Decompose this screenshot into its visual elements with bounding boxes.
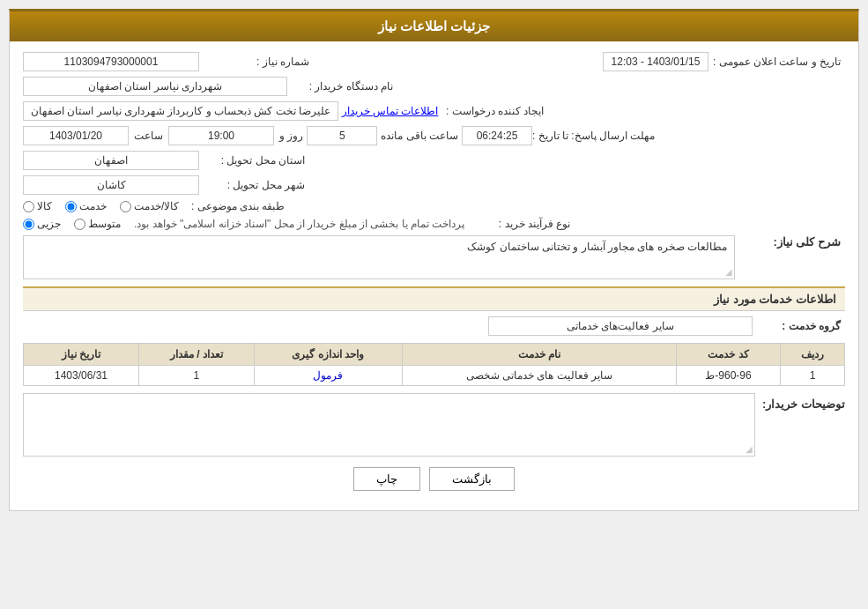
creator-label: ایجاد کننده درخواست : [438,105,544,117]
remaining-value: 06:24:25 [462,126,532,145]
back-button[interactable]: بازگشت [429,467,515,491]
process-radio-partial[interactable] [23,219,34,230]
page-container: جزئیات اطلاعات نیاز تاریخ و ساعت اعلان ع… [0,0,868,609]
service-group-label: گروه خدمت : [753,320,841,332]
services-table: ردیف کد خدمت نام خدمت واحد اندازه گیری ت… [23,343,845,386]
deadline-row: مهلت ارسال پاسخ: تا تاریخ : 06:24:25 ساع… [23,126,845,145]
time-label: ساعت [134,130,163,142]
panel-header: جزئیات اطلاعات نیاز [10,11,858,41]
response-deadline-label: مهلت ارسال پاسخ: تا تاریخ : [532,130,655,142]
service-group-row: گروه خدمت : سایر فعالیت‌های خدماتی [23,316,845,336]
category-option-kala-khedmat[interactable]: کالا/خدمت [120,200,179,212]
col-header-code: کد خدمت [677,344,781,366]
process-note: پرداخت تمام یا بخشی از مبلغ خریدار از مح… [134,218,464,230]
table-row: 1 960-96-ط سایر فعالیت های خدماتی شخصی ف… [24,366,845,386]
deadline-date-row: 06:24:25 ساعت باقی مانده 5 روز و 19:00 س… [23,126,532,145]
table-header-row: ردیف کد خدمت نام خدمت واحد اندازه گیری ت… [24,344,845,366]
panel-body: تاریخ و ساعت اعلان عمومی : 1403/01/15 - … [10,41,858,510]
deadline-date-value: 1403/01/20 [23,126,129,145]
category-radio-kala-khedmat[interactable] [120,201,131,212]
col-header-date: تاریخ نیاز [24,344,139,366]
need-description-label: شرح کلی نیاز: [735,235,841,249]
city-label: شهر محل تحویل : [199,179,305,191]
service-info-header: اطلاعات خدمات مورد نیاز [23,286,845,311]
creator-row: ایجاد کننده درخواست : اطلاعات تماس خریدا… [23,101,845,121]
province-row: استان محل تحویل : اصفهان [23,151,845,170]
announce-datetime-value: 1403/01/15 - 12:03 [603,52,708,71]
notes-resize-handle: ◢ [746,444,753,454]
creator-link[interactable]: اطلاعات تماس خریدار [342,105,439,117]
cell-date: 1403/06/31 [24,366,139,386]
category-option-khedmat-label: خدمت [79,200,107,212]
process-options-group: پرداخت تمام یا بخشی از مبلغ خریدار از مح… [23,218,464,230]
col-header-unit: واحد اندازه گیری [254,344,402,366]
buyer-notes-box: ◢ [23,393,755,457]
process-row: نوع فرآیند خرید : پرداخت تمام یا بخشی از… [23,218,845,230]
process-medium-label: متوسط [88,218,121,230]
cell-unit: فرمول [254,366,402,386]
category-radio-kala[interactable] [23,201,34,212]
category-option-kala[interactable]: کالا [23,200,52,212]
print-button[interactable]: چاپ [353,467,420,491]
category-radio-group: کالا/خدمت خدمت کالا [23,200,179,212]
days-value: 5 [307,126,377,145]
category-option-kala-label: کالا [37,200,52,212]
province-value: اصفهان [23,151,199,170]
buyer-org-row: نام دستگاه خریدار : شهرداری نیاسر استان … [23,77,845,96]
main-panel: جزئیات اطلاعات نیاز تاریخ و ساعت اعلان ع… [9,9,859,511]
panel-title: جزئیات اطلاعات نیاز [378,19,490,33]
deadline-time-value: 19:00 [168,126,274,145]
col-header-name: نام خدمت [402,344,677,366]
process-item-medium[interactable]: متوسط [74,218,121,230]
process-radio-medium[interactable] [74,219,85,230]
category-row: طبقه بندی موضوعی : کالا/خدمت خدمت کالا [23,200,845,212]
announce-datetime-group: تاریخ و ساعت اعلان عمومی : 1403/01/15 - … [603,52,845,71]
need-number-value: 1103094793000001 [23,52,199,71]
days-label: روز و [279,130,303,142]
process-label: نوع فرآیند خرید : [464,218,570,230]
announce-datetime-label: تاریخ و ساعت اعلان عمومی : [713,56,841,68]
bottom-buttons: بازگشت چاپ [23,467,845,500]
category-radio-khedmat[interactable] [65,201,77,212]
city-row: شهر محل تحویل : کاشان [23,175,845,195]
need-number-row: تاریخ و ساعت اعلان عمومی : 1403/01/15 - … [23,52,845,71]
buyer-org-value: شهرداری نیاسر استان اصفهان [23,77,287,96]
buyer-notes-section: توضیحات خریدار: ◢ [23,393,845,457]
category-option-kala-khedmat-label: کالا/خدمت [134,200,179,212]
remaining-box: 06:24:25 ساعت باقی مانده 5 روز و [279,126,532,145]
creator-value: علیرضا تخت کش ذبحساب و کاربرداز شهرداری … [23,101,338,121]
cell-name: سایر فعالیت های خدماتی شخصی [402,366,677,386]
category-option-khedmat[interactable]: خدمت [65,200,107,212]
need-number-label: شماره نیاز : [204,56,309,68]
buyer-notes-label: توضیحات خریدار: [762,397,845,411]
col-header-rownum: ردیف [780,344,844,366]
category-label: طبقه بندی موضوعی : [179,200,285,212]
process-partial-label: جزیی [37,218,61,230]
col-header-qty: تعداد / مقدار [139,344,255,366]
need-number-group: شماره نیاز : 1103094793000001 [23,52,314,71]
process-item-partial[interactable]: جزیی [23,218,61,230]
cell-qty: 1 [139,366,255,386]
need-description-row: شرح کلی نیاز: مطالعات صخره های مجاور آبش… [23,235,845,279]
remaining-label: ساعت باقی مانده [381,130,458,142]
service-info-title: اطلاعات خدمات مورد نیاز [714,293,836,306]
province-label: استان محل تحویل : [199,154,305,167]
buyer-org-label: نام دستگاه خریدار : [287,80,393,93]
need-description-box: مطالعات صخره های مجاور آبشار و تختانی سا… [23,235,735,279]
need-description-value: مطالعات صخره های مجاور آبشار و تختانی سا… [467,241,727,253]
resize-handle: ◢ [725,267,732,277]
cell-rownum: 1 [780,366,844,386]
city-value: کاشان [23,175,199,195]
service-group-value: سایر فعالیت‌های خدماتی [488,316,753,336]
cell-code: 960-96-ط [677,366,781,386]
